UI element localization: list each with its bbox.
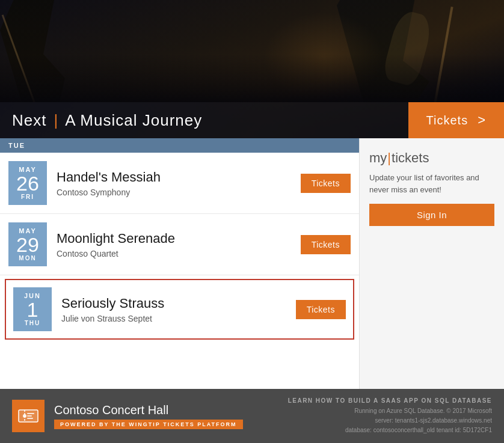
- events-section: TUE MAY 26 FRI Handel's Messiah Contoso …: [0, 138, 360, 389]
- footer-powered-label: POWERED BY THE WINGTIP TICKETS PLATFORM: [54, 420, 243, 429]
- event-artist-2: Contoso Quartet: [57, 249, 291, 258]
- footer: Contoso Concert Hall POWERED BY THE WING…: [0, 389, 504, 443]
- tickets-button-3[interactable]: Tickets: [296, 300, 346, 319]
- hero-bottom-fade: [0, 54, 504, 102]
- hero-title-divider: |: [54, 111, 58, 130]
- current-date-label: TUE: [8, 142, 25, 149]
- mytickets-logo: my | tickets: [369, 150, 494, 166]
- hero-image-area: [0, 0, 504, 102]
- svg-rect-5: [27, 418, 33, 419]
- event-date-box-2: MAY 29 MON: [8, 222, 47, 266]
- event-weekday-3: THU: [16, 320, 49, 326]
- footer-learn-title: LEARN HOW TO BUILD A SAAS APP ON SQL DAT…: [288, 397, 492, 404]
- hero-subtitle-label: A Musical Journey: [65, 111, 202, 130]
- svg-rect-3: [27, 413, 34, 414]
- mytickets-description: Update your list of favorites and never …: [369, 172, 494, 195]
- ticket-icon-box: [12, 400, 45, 432]
- hero-bottom-bar: Next | A Musical Journey Tickets >: [0, 102, 504, 138]
- mytickets-my: my: [369, 150, 387, 166]
- footer-tech-line2: server: tenants1-sjs2.database.windows.n…: [288, 416, 492, 426]
- event-item-3-highlighted: JUN 1 THU Seriously Strauss Julie von St…: [5, 279, 354, 340]
- footer-brand-info: Contoso Concert Hall POWERED BY THE WING…: [54, 403, 243, 429]
- event-name-2: Moonlight Serenade: [57, 231, 291, 246]
- ticket-icon: [17, 405, 39, 427]
- footer-tech-info: Running on Azure SQL Database. © 2017 Mi…: [288, 406, 492, 435]
- svg-point-2: [23, 414, 26, 418]
- footer-info: LEARN HOW TO BUILD A SAAS APP ON SQL DAT…: [288, 397, 492, 435]
- event-day-2: 29: [11, 234, 45, 255]
- event-day-1: 26: [11, 173, 45, 194]
- tickets-button-1[interactable]: Tickets: [301, 174, 351, 193]
- event-artist-3: Julie von Strauss Septet: [61, 314, 286, 323]
- event-info-1: Handel's Messiah Contoso Symphony: [57, 170, 291, 197]
- sidebar: my | tickets Update your list of favorit…: [360, 138, 504, 389]
- event-name-1: Handel's Messiah: [57, 170, 291, 185]
- mytickets-divider: |: [387, 150, 391, 166]
- event-info-3: Seriously Strauss Julie von Strauss Sept…: [61, 296, 286, 323]
- tickets-button-2[interactable]: Tickets: [301, 235, 351, 254]
- event-item-1: MAY 26 FRI Handel's Messiah Contoso Symp…: [0, 153, 359, 214]
- signin-button[interactable]: Sign In: [369, 204, 494, 226]
- footer-tech-line1: Running on Azure SQL Database. © 2017 Mi…: [288, 406, 492, 416]
- hero-title: Next | A Musical Journey: [12, 111, 202, 130]
- current-date-bar: TUE: [0, 138, 359, 153]
- hero-tickets-button[interactable]: Tickets >: [408, 102, 504, 138]
- hero-section: Next | A Musical Journey Tickets >: [0, 0, 504, 138]
- event-item-2: MAY 29 MON Moonlight Serenade Contoso Qu…: [0, 214, 359, 275]
- event-info-2: Moonlight Serenade Contoso Quartet: [57, 231, 291, 258]
- footer-tech-line3: database: contosoconcerthall_old tenant …: [288, 426, 492, 435]
- event-date-box-1: MAY 26 FRI: [8, 161, 47, 205]
- hero-tickets-label: Tickets: [426, 114, 469, 127]
- event-artist-1: Contoso Symphony: [57, 188, 291, 197]
- mytickets-tickets: tickets: [392, 150, 429, 166]
- footer-logo-area: Contoso Concert Hall POWERED BY THE WING…: [12, 400, 243, 432]
- main-content: TUE MAY 26 FRI Handel's Messiah Contoso …: [0, 138, 504, 389]
- event-day-3: 1: [16, 299, 49, 320]
- event-date-box-3: JUN 1 THU: [13, 287, 52, 331]
- footer-brand-name: Contoso Concert Hall: [54, 403, 243, 417]
- hero-next-label: Next: [12, 111, 46, 130]
- event-name-3: Seriously Strauss: [61, 296, 286, 311]
- svg-rect-4: [27, 415, 32, 417]
- chevron-right-icon: >: [478, 112, 486, 128]
